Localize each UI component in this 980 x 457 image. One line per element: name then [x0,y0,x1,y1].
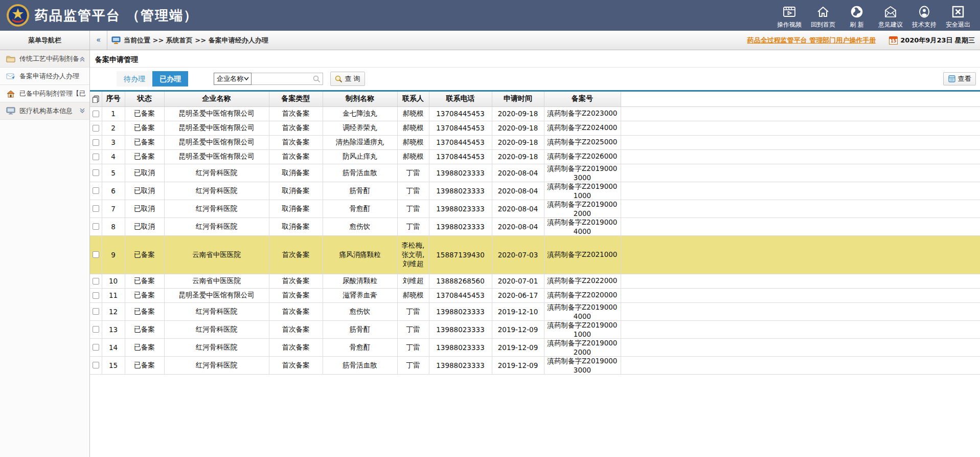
top-action-support[interactable]: 技术支持 [907,2,941,29]
row-checkbox[interactable] [93,362,99,368]
row-checkbox[interactable] [93,111,99,117]
table-header-row: 序号状态企业名称备案类型制剂名称联系人联系电话申请时间备案号 [90,92,980,106]
cell-record-no: 滇药制备字Z20190002000 [544,200,621,217]
cell-drug: 筋骨活血散 [323,356,397,374]
page-title: 药品监管平台 （管理端） [35,7,198,25]
table-row[interactable]: 14已备案红河骨科医院首次备案骨愈酊丁雷139880233332019-12-0… [90,338,980,356]
breadcrumb-bar: 菜单导航栏 « 当前位置 >> 系统首页 >> 备案申请经办人办理 药品全过程监… [0,31,980,50]
table-row[interactable]: 5已取消红河骨科医院取消备案筋骨活血散丁雷139880233332020-08-… [90,164,980,182]
tab-processed[interactable]: 已办理 [152,71,188,86]
cell-contact: 刘维超 [397,274,429,288]
column-header: 序号 [102,92,125,106]
top-action-globe[interactable]: 刷 新 [840,2,874,29]
cell-filler [621,121,980,135]
query-button[interactable]: 查 询 [330,72,365,86]
top-action-bar: 操作视频回到首页刷 新意见建议技术支持安全退出 [772,2,980,29]
row-checkbox[interactable] [93,154,99,160]
cell-contact: 李松梅,张文萌,刘维超 [397,235,429,274]
chevron-up-icon [79,56,85,62]
mail-icon [884,5,897,18]
cell-company: 云南省中医医院 [164,274,269,288]
cell-filler [621,274,980,288]
table-row[interactable]: 11已备案昆明圣爱中医馆有限公司首次备案滋肾养血膏郝晓根137084454532… [90,288,980,302]
cell-filler [621,200,980,217]
cell-record-no: 滇药制备字Z2025000 [544,135,621,149]
table-row[interactable]: 4已备案昆明圣爱中医馆有限公司首次备案防风止痒丸郝晓根1370844545320… [90,149,980,164]
select-all-header[interactable] [90,92,102,106]
cell-type: 首次备案 [269,288,323,302]
folder-icon [6,55,15,62]
row-checkbox[interactable] [93,278,99,285]
table-row[interactable]: 2已备案昆明圣爱中医馆有限公司首次备案调经养荣丸郝晓根1370844545320… [90,121,980,135]
row-checkbox[interactable] [93,344,99,351]
row-checkbox[interactable] [93,139,99,146]
cell-record-no: 滇药制备字Z20190004000 [544,302,621,320]
row-checkbox[interactable] [93,308,99,315]
cell-record-no: 滇药制备字Z2023000 [544,106,621,121]
sidebar-collapse-button[interactable]: « [90,31,107,50]
manual-link[interactable]: 药品全过程监管平台 管理部门用户操作手册 [747,36,876,45]
cell-type: 首次备案 [269,149,323,164]
sidebar-item-3[interactable]: 医疗机构基本信息 [0,102,89,120]
sidebar-item-2[interactable]: 已备中药制剂管理【已办结果】 [0,85,89,102]
cell-no: 15 [102,356,125,374]
table-row[interactable]: 10已备案云南省中医医院首次备案尿酸清颗粒刘维超138882685602020-… [90,274,980,288]
cell-contact: 郝晓根 [397,135,429,149]
row-checkbox[interactable] [93,251,99,258]
status-badge: 已取消 [125,182,164,200]
cell-phone: 13708445453 [429,135,492,149]
cell-company: 昆明圣爱中医馆有限公司 [164,121,269,135]
table-row[interactable]: 1已备案昆明圣爱中医馆有限公司首次备案金七降浊丸郝晓根1370844545320… [90,106,980,121]
table-row[interactable]: 13已备案红河骨科医院首次备案筋骨酊丁雷139880233332019-12-0… [90,320,980,338]
table-row[interactable]: 7已取消红河骨科医院取消备案骨愈酊丁雷139880233332020-08-04… [90,200,980,217]
row-checkbox[interactable] [93,205,99,212]
cell-type: 取消备案 [269,164,323,182]
cell-type: 首次备案 [269,356,323,374]
top-action-video[interactable]: 操作视频 [772,2,806,29]
row-checkbox-cell [90,288,102,302]
top-action-label: 安全退出 [946,20,970,29]
top-action-home[interactable]: 回到首页 [806,2,840,29]
query-button-label: 查 询 [345,74,360,83]
search-input-wrap [252,73,323,85]
section-title: 备案申请管理 [90,50,980,68]
row-checkbox[interactable] [93,187,99,194]
table-row[interactable]: 8已取消红河骨科医院取消备案愈伤饮丁雷139880233332020-08-04… [90,217,980,235]
table-row[interactable]: 9已备案云南省中医医院首次备案痛风消痛颗粒李松梅,张文萌,刘维超15887139… [90,235,980,274]
sidebar-item-1[interactable]: 备案申请经办人办理 [0,68,89,85]
cell-date: 2020-09-18 [492,149,544,164]
cell-phone: 13988023333 [429,338,492,356]
row-checkbox[interactable] [93,169,99,176]
row-checkbox[interactable] [93,292,99,299]
cell-date: 2020-08-04 [492,182,544,200]
search-input[interactable] [252,73,323,84]
mail-doc-icon [6,72,15,80]
cell-company: 红河骨科医院 [164,302,269,320]
view-button[interactable]: 查看 [943,72,976,85]
cell-record-no: 滇药制备字Z20190002000 [544,338,621,356]
cell-company: 云南省中医医院 [164,235,269,274]
search-field-select[interactable]: 企业名称 [214,73,252,85]
cell-no: 4 [102,149,125,164]
cell-contact: 丁雷 [397,217,429,235]
sidebar-item-0[interactable]: 传统工艺中药制剂备案管理 [0,50,89,68]
row-checkbox[interactable] [93,223,99,230]
cell-phone: 13988023333 [429,182,492,200]
tab-pending[interactable]: 待办理 [117,71,152,86]
table-row[interactable]: 12已备案红河骨科医院首次备案愈伤饮丁雷139880233332019-12-1… [90,302,980,320]
row-checkbox[interactable] [93,326,99,333]
row-checkbox[interactable] [93,125,99,132]
status-badge: 已备案 [125,235,164,274]
cell-no: 10 [102,274,125,288]
top-action-mail[interactable]: 意见建议 [874,2,907,29]
table-row[interactable]: 6已取消红河骨科医院取消备案筋骨酊丁雷139880233332020-08-04… [90,182,980,200]
cell-filler [621,106,980,121]
table-row[interactable]: 3已备案昆明圣爱中医馆有限公司首次备案清热除湿通痹丸郝晓根13708445453… [90,135,980,149]
cell-type: 首次备案 [269,121,323,135]
video-icon [783,5,796,18]
top-action-logout[interactable]: 安全退出 [941,2,975,29]
row-checkbox-cell [90,121,102,135]
cell-no: 7 [102,200,125,217]
cell-record-no: 滇药制备字Z2022000 [544,274,621,288]
table-row[interactable]: 15已备案红河骨科医院首次备案筋骨活血散丁雷139880233332019-12… [90,356,980,374]
